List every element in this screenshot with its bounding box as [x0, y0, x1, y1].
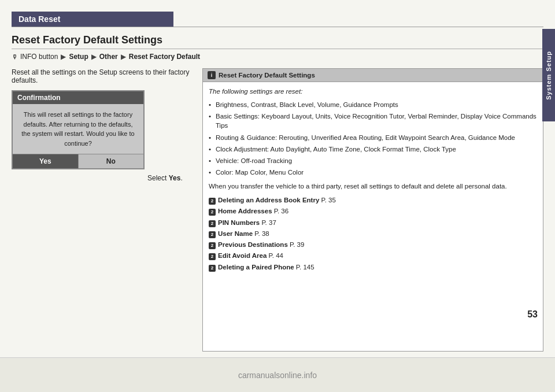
list-item: Vehicle: Off-road Tracking	[209, 156, 537, 165]
select-instruction: Select Yes.	[147, 174, 191, 182]
ref-label: Deleting a Paired Phone P. 145	[218, 262, 314, 272]
ref-icon: 2	[209, 231, 216, 238]
ref-label: PIN Numbers P. 37	[218, 218, 276, 228]
ref-item: 2 PIN Numbers P. 37	[209, 218, 537, 228]
no-button[interactable]: No	[79, 154, 144, 168]
ref-icon: 2	[209, 253, 216, 260]
ref-label: User Name P. 38	[218, 229, 269, 239]
page-number: 53	[527, 309, 538, 320]
ref-label: Edit Avoid Area P. 44	[218, 251, 283, 261]
settings-list: Brightness, Contrast, Black Level, Volum…	[209, 100, 537, 177]
right-panel-title: Reset Factory Default Settings	[219, 72, 315, 79]
ref-icon: 2	[209, 242, 216, 249]
ref-label: Deleting an Address Book Entry P. 35	[218, 195, 336, 205]
dialog-buttons[interactable]: Yes No	[13, 154, 143, 168]
system-setup-tab: System Setup	[542, 29, 555, 121]
list-item: Routing & Guidance: Rerouting, Unverifie…	[209, 133, 537, 142]
left-column: Reset all the settings on the Setup scre…	[12, 68, 191, 352]
list-item: Clock Adjustment: Auto Daylight, Auto Ti…	[209, 145, 537, 154]
right-panel-body: The following settings are reset: Bright…	[203, 82, 543, 278]
list-item: Color: Map Color, Menu Color	[209, 168, 537, 177]
page-title: Reset Factory Default Settings	[12, 34, 543, 49]
ref-icon: 2	[209, 220, 216, 227]
dialog-title: Confirmation	[13, 91, 143, 104]
sidebar-tab-label: System Setup	[545, 51, 552, 100]
mic-icon: 🎙	[12, 53, 18, 60]
yes-button[interactable]: Yes	[13, 154, 79, 168]
breadcrumb-step-2: Setup	[69, 53, 88, 61]
breadcrumb-step-3: Other	[99, 53, 118, 61]
breadcrumb-step-1: INFO button	[20, 53, 58, 61]
watermark: carmanualsonline.info	[0, 357, 555, 392]
section-header: Data Reset	[12, 12, 173, 27]
ref-icon: 2	[209, 209, 216, 216]
info-icon: i	[208, 71, 216, 79]
reset-intro: The following settings are reset:	[209, 87, 537, 97]
breadcrumb: 🎙 INFO button ▶ Setup ▶ Other ▶ Reset Fa…	[12, 53, 543, 61]
ref-icon: 2	[209, 265, 216, 272]
ref-item: 2 Previous Destinations P. 39	[209, 240, 537, 250]
list-item: Brightness, Contrast, Black Level, Volum…	[209, 100, 537, 109]
list-item: Basic Settings: Keyboard Layout, Units, …	[209, 112, 537, 130]
ref-item: 2 Deleting a Paired Phone P. 145	[209, 262, 537, 272]
transfer-text: When you transfer the vehicle to a third…	[209, 182, 537, 191]
dialog-body: This will reset all settings to the fact…	[13, 104, 143, 154]
description-text: Reset all the settings on the Setup scre…	[12, 68, 191, 84]
right-panel: i Reset Factory Default Settings The fol…	[202, 68, 543, 352]
ref-item: 2 Home Addresses P. 36	[209, 206, 537, 216]
reference-list: 2 Deleting an Address Book Entry P. 35 2…	[209, 195, 537, 272]
ref-item: 2 Edit Avoid Area P. 44	[209, 251, 537, 261]
header-divider	[12, 27, 543, 27]
confirmation-dialog: Confirmation This will reset all setting…	[12, 90, 145, 169]
breadcrumb-step-4: Reset Factory Default	[129, 53, 200, 61]
ref-label: Home Addresses P. 36	[218, 206, 288, 216]
right-panel-header: i Reset Factory Default Settings	[203, 69, 543, 82]
ref-icon: 2	[209, 198, 216, 205]
ref-item: 2 Deleting an Address Book Entry P. 35	[209, 195, 537, 205]
ref-label: Previous Destinations P. 39	[218, 240, 304, 250]
ref-item: 2 User Name P. 38	[209, 229, 537, 239]
